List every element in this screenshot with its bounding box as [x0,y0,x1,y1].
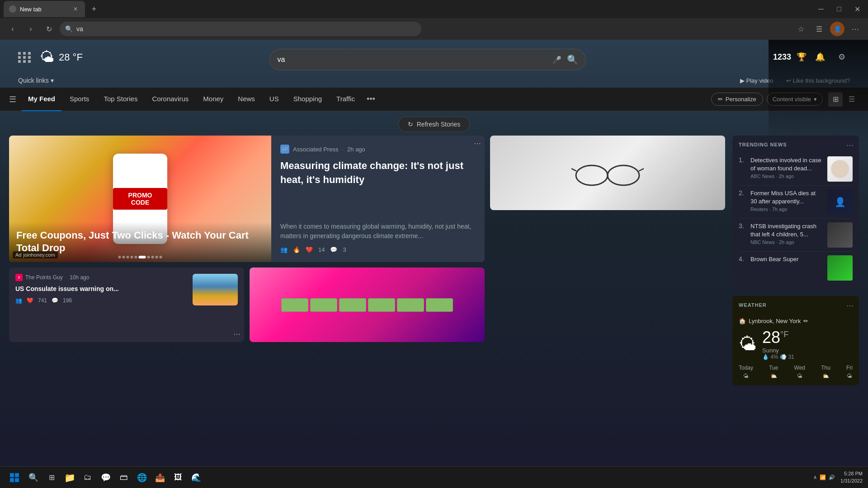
nav-more-button[interactable]: ••• [363,94,379,104]
search-bar[interactable]: va 🎤 🔍 [269,49,586,70]
close-browser-button[interactable]: ✕ [850,2,864,16]
taskbar-photos-button[interactable]: 🖼 [170,469,186,486]
dot[interactable] [131,256,133,258]
trending-item-1[interactable]: 1. Detectives involved in case of woman … [739,153,853,186]
forward-button[interactable]: › [24,22,38,36]
nav-item-sports[interactable]: Sports [63,88,95,111]
news-card-consulate[interactable]: T The Points Guy · 10h ago US Consulate … [9,267,244,342]
taskbar-chrome-button[interactable]: 🌐 [134,469,150,486]
nav-item-shopping[interactable]: Shopping [287,88,328,111]
taskbar-edge-button[interactable]: 🌊 [188,469,204,486]
address-text: va [76,25,83,33]
network-icon[interactable]: 📶 [820,474,826,480]
back-button[interactable]: ‹ [5,22,20,36]
refresh-page-button[interactable]: ↻ [42,22,56,36]
dot[interactable] [147,256,150,258]
taskbar-filezilla-button[interactable]: 📤 [152,469,168,486]
money-bills-visual [281,298,453,312]
apps-grid-icon[interactable] [18,52,32,63]
person-icon: 👤 [835,197,846,207]
dot[interactable] [151,256,154,258]
nav-item-us[interactable]: US [263,88,285,111]
search-submit-icon[interactable]: 🔍 [567,54,578,65]
tab-favicon [9,5,16,13]
taskbar-teams-button[interactable]: 💬 [98,469,114,486]
dot[interactable] [135,256,137,258]
taskbar-search-button[interactable]: 🔍 [25,469,42,486]
news-more-options-button[interactable]: ⋯ [233,330,241,338]
source-icon-ap: AP [280,145,289,154]
news-time-ago: 10h ago [70,274,89,281]
trending-item-4[interactable]: 4. Brown Bear Super [739,252,853,284]
volume-icon[interactable]: 🔊 [829,474,835,480]
trending-headline-1: Detectives involved in case of woman fou… [750,156,823,173]
edit-location-icon[interactable]: ✏ [803,318,808,324]
nav-item-money[interactable]: Money [197,88,230,111]
new-tab-page: 🌤 28 °F va 🎤 🔍 1233 🏆 🔔 ⚙ Quick links ▾ … [0,40,868,488]
start-button[interactable] [5,469,24,487]
trending-item-3[interactable]: 3. NTSB investigating crash that left 4 … [739,219,853,252]
nav-item-top-stories[interactable]: Top Stories [97,88,144,111]
profile-button[interactable]: 👤 [830,22,844,36]
card-more-options-button[interactable]: ⋯ [474,139,481,148]
personalize-button[interactable]: ✏ Personalize [711,93,763,106]
minimize-button[interactable]: ─ [814,2,828,16]
weather-temperature: 28 [762,328,780,347]
nav-item-coronavirus[interactable]: Coronavirus [146,88,195,111]
top-weather-temp: 28 °F [59,52,83,63]
money-card[interactable] [250,267,485,342]
story-reactions: 👥 🔥 ❤️ 14 💬 3 [280,246,476,253]
featured-ad-card[interactable]: PROMO CODE Free Coupons, Just Two Clicks… [9,136,485,262]
glasses-ad-card[interactable] [490,136,725,210]
hamburger-menu-icon[interactable]: ☰ [9,94,16,104]
trending-source-2: Reuters · 7h ago [750,206,823,212]
system-clock[interactable]: 5:28 PM 1/31/2022 [840,470,863,484]
nav-label-coronavirus: Coronavirus [152,95,189,103]
trending-item-2[interactable]: 2. Former Miss USA dies at 30 after appa… [739,186,853,219]
news-card-content: T The Points Guy · 10h ago US Consulate … [15,274,187,336]
trending-source-1: ABC News · 2h ago [750,174,823,179]
maximize-button[interactable]: □ [832,2,846,16]
notifications-button[interactable]: 🔔 [812,49,828,65]
svg-point-1 [608,165,639,185]
new-tab-button[interactable]: + [87,2,101,16]
location-name: Lynbrook, New York [749,318,801,324]
collections-button[interactable]: ☰ [812,22,826,36]
mic-icon[interactable]: 🎤 [552,56,561,64]
dot[interactable] [123,256,125,258]
tray-chevron-icon[interactable]: ∧ [813,474,817,480]
taskbar-widgets-button[interactable]: 🗂 [80,469,96,486]
home-icon: 🏠 [739,318,746,324]
taskbar-explorer-button[interactable]: 📁 [61,469,78,486]
address-bar[interactable]: 🔍 va [60,22,421,36]
news-comment-count: 196 [63,297,72,304]
active-tab[interactable]: New tab ✕ [4,1,85,17]
clock-time: 5:28 PM [840,470,863,477]
dot[interactable] [118,256,121,258]
tab-label: New tab [20,6,42,13]
nav-item-my-feed[interactable]: My Feed [22,88,61,111]
featured-story-panel[interactable]: AP Associated Press · 2h ago Measuring c… [271,136,485,262]
quick-links-button[interactable]: Quick links ▾ [18,77,54,84]
forecast-icon-today: 🌤 [743,373,749,379]
settings-icon-button[interactable]: ⚙ [834,49,850,65]
weather-more-options-button[interactable]: ⋯ [846,301,854,310]
taskbar-files-button[interactable]: 🗃 [116,469,132,486]
dot[interactable] [127,256,129,258]
refresh-stories-button[interactable]: ↻ Refresh Stories [398,117,470,132]
trending-source-3: NBC News · 2h ago [750,239,823,245]
top-weather-icon: 🌤 [40,49,54,66]
tab-close-button[interactable]: ✕ [71,5,80,13]
browser-controls: ‹ › ↻ 🔍 va ☆ ☰ 👤 ⋯ [0,18,868,40]
dot[interactable] [160,256,162,258]
favorites-button[interactable]: ☆ [794,22,808,36]
nav-item-traffic[interactable]: Traffic [330,88,361,111]
taskbar-right-section: ∧ 📶 🔊 5:28 PM 1/31/2022 [810,470,863,484]
settings-button[interactable]: ⋯ [848,22,863,36]
reaction-count: 14 [318,246,325,253]
nav-item-news[interactable]: News [231,88,261,111]
dot[interactable] [156,256,158,258]
dot-active[interactable] [139,256,146,258]
taskbar-task-view-button[interactable]: ⊞ [43,469,60,486]
trending-content-1: Detectives involved in case of woman fou… [750,156,823,179]
